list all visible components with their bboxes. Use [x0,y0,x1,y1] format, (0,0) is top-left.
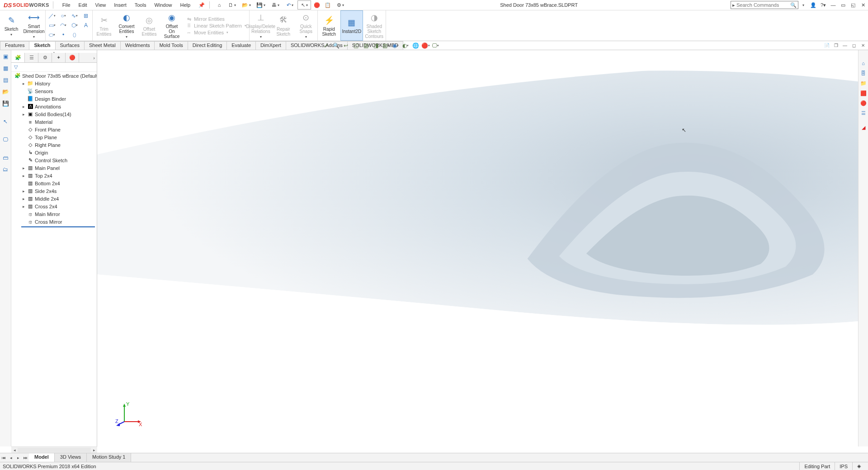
tab-direct-editing[interactable]: Direct Editing [188,41,227,50]
tp-design-library-icon[interactable]: 🗄 [859,69,868,77]
tp-view-palette-icon[interactable]: 🟥 [859,89,868,97]
tree-item[interactable]: ▥Bottom 2x4 [11,179,97,187]
fillet-icon[interactable] [80,30,91,39]
polygon-icon[interactable]: ⬡ [69,21,80,30]
menu-edit[interactable]: Edit [75,1,91,9]
tab-sketch[interactable]: Sketch [29,41,55,50]
command-search[interactable]: ▸ 🔍 [731,1,798,9]
ellipse-icon[interactable]: ⬯ [69,30,80,39]
tab-surfaces[interactable]: Surfaces [55,41,85,50]
tree-item[interactable]: ▸🅰Annotations [11,103,97,110]
bottom-tab-model[interactable]: Model [29,453,55,462]
close-button[interactable]: ✕ [858,0,868,9]
menu-help[interactable]: Help [177,1,194,9]
sketch-button[interactable]: ✎ Sketch [0,10,23,41]
tree-filter[interactable]: ▽ [11,63,97,72]
open-doc-icon[interactable]: 📂 [240,0,253,9]
tab-features[interactable]: Features [0,41,29,50]
zoom-area-icon[interactable]: 🔍 [331,41,341,50]
vt-open-icon[interactable]: 📂 [1,87,10,96]
tab-evaluate[interactable]: Evaluate [226,41,256,50]
dynamic-annotation-icon[interactable]: ▥ [361,41,371,50]
menu-view[interactable]: View [92,1,110,9]
tree-item[interactable]: ◇Top Plane [11,133,97,141]
tree-item[interactable]: ▸▥Side 2x4s [11,187,97,195]
tab-dimxpert[interactable]: DimXpert [255,41,286,50]
quick-snaps-button[interactable]: ⊙ Quick Snaps [295,10,317,41]
convert-entities-button[interactable]: ◐ Convert Entities [115,10,138,41]
mdi-minimize-icon[interactable]: — [841,42,849,49]
tree-expand-icon[interactable]: ▸ [21,204,26,209]
search-dropdown[interactable]: ▾ [800,3,807,7]
tree-item[interactable]: ▸▥Top 2x4 [11,172,97,179]
new-doc-icon[interactable]: 🗋 [225,0,239,9]
tab-sheet-metal[interactable]: Sheet Metal [84,41,121,50]
print-icon[interactable]: 🖶 [269,0,282,9]
scroll-left-icon[interactable]: ◂ [11,448,18,452]
status-lock-icon[interactable]: ◈ [852,462,865,470]
tab-next-icon[interactable]: ▸ [14,456,22,460]
mdi-print-icon[interactable]: 📄 [823,42,831,49]
tab-last-icon[interactable]: ⏭ [22,456,29,460]
tree-item[interactable]: ◇Front Plane [11,126,97,133]
bottom-tab-3dviews[interactable]: 3D Views [55,453,87,462]
tree-expand-icon[interactable]: ▸ [21,81,26,86]
tree-item[interactable]: 📘Design Binder [11,95,97,103]
repair-sketch-button[interactable]: 🛠 Repair Sketch [272,10,295,41]
tab-mold-tools[interactable]: Mold Tools [154,41,188,50]
file-props-icon[interactable]: 📋 [323,0,333,9]
vt-save-icon[interactable]: 💾 [1,99,10,108]
point-icon[interactable]: • [58,30,69,39]
appearance-icon[interactable]: 🌐 [410,41,420,50]
scene-icon[interactable]: ◐ [401,41,410,50]
tree-item[interactable]: ▸▥Middle 2x4 [11,195,97,202]
tree-expand-icon[interactable]: ▸ [21,189,26,193]
tree-expand-icon[interactable]: ▸ [21,112,26,117]
orientation-icon[interactable]: ◨ [371,41,381,50]
search-go-icon[interactable]: 🔍 [790,2,797,8]
tree-item[interactable]: 📡Sensors [11,87,97,95]
mdi-restore-icon[interactable]: ❐ [832,42,840,49]
zoom-fit-icon[interactable]: ⤢ [321,41,331,50]
tp-file-explorer-icon[interactable]: 📁 [859,79,868,87]
slot-icon[interactable]: ⬭ [47,30,57,39]
tree-item[interactable]: ⎅Main Mirror [11,210,97,218]
shaded-contours-button[interactable]: ◑ Shaded Sketch Contours [363,10,386,41]
rebuild-icon[interactable]: 🛑 [312,0,322,9]
minimize-button[interactable]: — [828,0,838,9]
mdi-maximize-icon[interactable]: ◻ [850,42,858,49]
move-entities[interactable]: ↔Move Entities [186,30,246,35]
home-icon[interactable]: ⌂ [214,0,224,9]
display-style-icon[interactable]: ▧ [381,41,391,50]
tree-expand-icon[interactable]: ▸ [21,197,26,201]
tp-forum-icon[interactable]: ◢ [859,123,868,132]
property-manager-tab[interactable]: ☰ [25,53,38,62]
display-manager-tab[interactable]: 🔴 [66,53,79,62]
vt-selection-filter-icon[interactable]: ↖ [1,117,10,126]
circle-icon[interactable]: ○ [58,11,69,20]
menu-window[interactable]: Window [151,1,175,9]
mirror-entities[interactable]: ⇋Mirror Entities [186,16,246,22]
tree-expand-icon[interactable]: ▸ [21,174,26,178]
panel-hscroll[interactable]: ◂ ▸ [11,446,97,453]
tree-item[interactable]: ⎅Cross Mirror [11,218,97,226]
linear-sketch-pattern[interactable]: ⠿Linear Sketch Pattern [186,23,246,29]
tree-item[interactable]: ▸📁History [11,80,97,87]
tree-item[interactable]: ▸▥Cross 2x4 [11,202,97,210]
tree-item[interactable]: ▸▣Solid Bodies(14) [11,110,97,118]
search-input[interactable] [736,2,790,8]
mdi-close-icon[interactable]: ✕ [859,42,867,49]
login-icon[interactable]: 👤 [808,0,818,9]
tree-item[interactable]: ✎Control Sketch [11,156,97,164]
text-icon[interactable]: A [80,21,91,30]
maximize-button[interactable]: ◱ [848,0,858,9]
hide-show-icon[interactable]: ◉ [391,41,401,50]
feature-manager-tab[interactable]: 🧩 [11,53,25,62]
apply-scene-icon[interactable]: 🔴 [420,41,430,50]
vt-resources-icon[interactable]: 🗂 [1,165,10,174]
instant2d-button[interactable]: ▦ Instant2D [340,10,363,41]
rectangle-icon[interactable]: ▭ [47,21,57,30]
menu-pin-icon[interactable]: 📌 [195,1,208,9]
tp-resources-icon[interactable]: ⌂ [859,59,868,67]
vt-drawing-icon[interactable]: ▤ [1,75,10,85]
